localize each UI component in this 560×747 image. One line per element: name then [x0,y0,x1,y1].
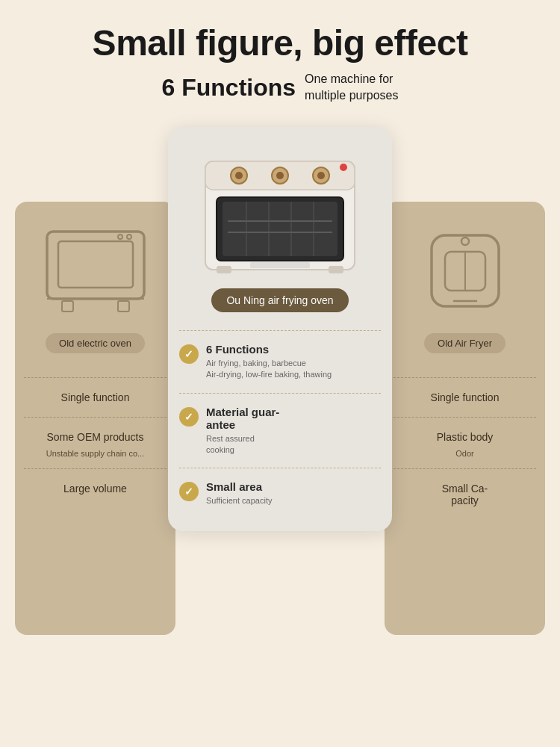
check-mark-3: ✓ [184,486,193,498]
air-fryer-icon [417,220,514,317]
subtitle-row: 6 Functions One machine formultiple purp… [162,71,399,105]
oven-image-area [168,127,392,288]
feature1-desc2: Air-drying, low-fire baking, thawing [206,369,332,380]
left-feature2: Some OEM products [47,431,144,443]
left-divider1 [24,377,167,378]
svg-rect-5 [62,301,73,311]
svg-point-15 [235,172,243,179]
svg-point-2 [127,235,131,239]
right-divider3 [393,468,536,469]
air-fryer-icon-area [405,217,525,321]
check-icon-3: ✓ [179,482,199,501]
svg-point-3 [118,235,122,239]
right-card-label: Old Air Fryer [424,333,505,353]
center-card: Ou Ning air frying oven ✓ 6 Functions Ai… [168,127,392,531]
check-mark-1: ✓ [184,348,193,360]
left-feature2-sub: Unstable supply chain co... [46,449,144,458]
feature-content-1: 6 Functions Air frying, baking, barbecue… [206,343,332,381]
left-divider2 [24,417,167,418]
electric-oven-icon [40,220,152,317]
svg-rect-30 [217,266,231,273]
center-divider3 [179,468,381,468]
feature3-desc: Sufficient capacity [206,495,272,506]
feature2-desc: Rest assuredcooking [206,433,279,456]
right-divider1 [393,377,536,378]
page-wrapper: Small figure, big effect 6 Functions One… [0,0,560,747]
left-card-label: Old electric oven [46,333,145,353]
feature-content-2: Material guar-antee Rest assuredcooking [206,406,279,456]
subtitle-text: One machine formultiple purposes [305,71,398,105]
feature-content-3: Small area Sufficient capacity [206,480,272,506]
left-card: Old electric oven Single function Some O… [15,202,175,635]
oven-icon-area [36,217,155,321]
right-feature2-sub: Odor [455,449,473,458]
center-card-label: Ou Ning air frying oven [211,288,348,312]
center-divider1 [179,330,381,331]
comparison-area: Old electric oven Single function Some O… [15,127,545,672]
svg-point-19 [317,172,325,179]
feature-row-1: ✓ 6 Functions Air frying, baking, barbec… [179,343,381,381]
feature3-title: Small area [206,480,272,493]
right-feature1: Single function [431,391,500,403]
svg-rect-31 [329,266,343,273]
feature2-title: Material guar-antee [206,406,279,431]
right-feature2: Plastic body [437,431,493,443]
main-title: Small figure, big effect [93,22,468,63]
check-icon-2: ✓ [179,407,199,427]
check-mark-2: ✓ [184,411,193,423]
feature-row-2: ✓ Material guar-antee Rest assuredcookin… [179,406,381,456]
svg-rect-22 [223,202,337,256]
left-feature3: Large volume [63,483,127,495]
svg-rect-1 [58,241,133,288]
left-feature1: Single function [61,391,130,403]
check-icon-1: ✓ [179,344,199,364]
feature1-desc1: Air frying, baking, barbecue [206,358,332,369]
feature-row-3: ✓ Small area Sufficient capacity [179,480,381,506]
feature1-title: 6 Functions [206,343,332,356]
svg-point-20 [340,164,347,171]
center-divider2 [179,393,381,394]
right-feature3: Small Ca-pacity [442,483,488,506]
svg-rect-6 [118,301,129,311]
svg-rect-29 [250,262,310,268]
right-card: Old Air Fryer Single function Plastic bo… [385,202,545,635]
left-divider3 [24,468,167,469]
right-divider2 [393,417,536,418]
svg-point-17 [276,172,284,179]
oven-product-image [194,139,366,281]
svg-point-10 [461,238,469,245]
functions-label: 6 Functions [162,74,296,102]
